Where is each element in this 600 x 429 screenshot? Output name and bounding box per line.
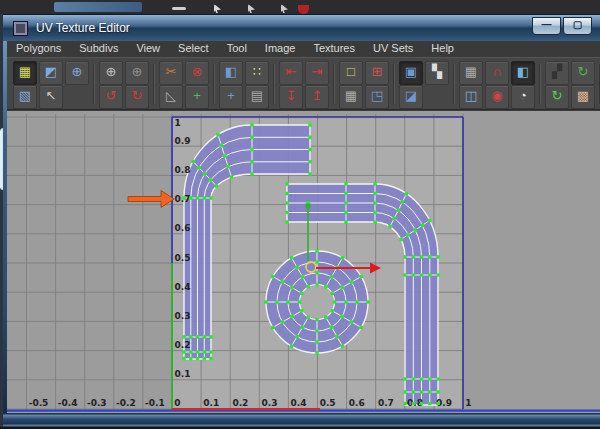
toolbar-separator	[333, 64, 335, 104]
rotate-uvs-cw-icon[interactable]: ↻	[125, 85, 149, 109]
background-shelf-icons	[54, 2, 142, 12]
svg-text:1: 1	[175, 118, 181, 128]
toolbar-separator	[93, 64, 95, 104]
snap-uvs-to-grid-icon[interactable]: ∷	[245, 61, 269, 85]
minimize-button[interactable]: —	[532, 17, 561, 35]
align-uvs-left-icon[interactable]: ⇤	[279, 61, 303, 85]
bake-texture-icon[interactable]: ▩	[571, 85, 595, 109]
rotate-uvs-ccw-icon[interactable]: ↺	[99, 85, 123, 109]
svg-text:0.6: 0.6	[349, 398, 365, 408]
svg-text:0.1: 0.1	[203, 398, 219, 408]
toolbar-separator	[539, 64, 541, 104]
move-uv-pivot-icon[interactable]: +	[185, 85, 209, 109]
window-left-border	[3, 14, 7, 427]
flip-uv-shell-icon[interactable]: ◩	[39, 61, 63, 85]
toolbar: ▦◩⊕▧↖⊕⊕↺↻✂⊗◺+◧∷+▤⇤⇥↧↥□⊞▦◳▣▚◪▦∩◧◫◉◔▞↻↻▩▥	[7, 57, 600, 110]
unfold-uvs-icon[interactable]: +	[219, 85, 243, 109]
svg-text:0.2: 0.2	[232, 398, 248, 408]
uv-canvas[interactable]: -0.5-0.4-0.3-0.2-0.100.10.20.30.40.50.60…	[7, 111, 600, 413]
background-cursor-icon	[248, 4, 255, 13]
svg-text:0.7: 0.7	[378, 398, 394, 408]
display-image-icon[interactable]: ▣	[399, 61, 423, 85]
translate-uvs-icon[interactable]: ⊕	[99, 61, 123, 85]
use-image-ratio-icon[interactable]: ▚	[425, 61, 449, 85]
snap-magnet-icon[interactable]: ∩	[485, 61, 509, 85]
align-uvs-top-icon[interactable]: ↥	[305, 85, 329, 109]
display-alpha-icon[interactable]: ◔	[511, 85, 535, 109]
menu-item-polygons[interactable]: Polygons	[7, 40, 70, 57]
toolbar-separator	[393, 64, 395, 104]
toolbar-separator	[453, 64, 455, 104]
texture-borders-icon[interactable]: ◫	[459, 85, 483, 109]
screen: UV Texture Editor — ▢ PolygonsSubdivsVie…	[0, 0, 600, 429]
svg-text:1: 1	[465, 398, 471, 408]
update-image-icon[interactable]: ◪	[399, 85, 423, 109]
background-divider	[172, 7, 186, 10]
svg-text:0.3: 0.3	[262, 398, 278, 408]
isolate-toggle-icon[interactable]: ◳	[365, 85, 389, 109]
menu-item-select[interactable]: Select	[169, 40, 218, 57]
menu-item-textures[interactable]: Textures	[304, 40, 364, 57]
uv-texture-editor-window: UV Texture Editor — ▢ PolygonsSubdivsVie…	[3, 14, 600, 427]
align-uvs-right-icon[interactable]: ⇥	[305, 61, 329, 85]
menu-item-view[interactable]: View	[127, 40, 169, 57]
svg-text:-0.2: -0.2	[116, 398, 136, 408]
svg-text:0.3: 0.3	[175, 311, 191, 321]
relax-uvs-icon[interactable]: ▤	[245, 85, 269, 109]
align-uvs-bottom-icon[interactable]: ↧	[279, 85, 303, 109]
window-icon	[13, 21, 28, 36]
move-uv-shell-icon[interactable]: ⊕	[65, 61, 89, 85]
menu-item-tool[interactable]: Tool	[218, 40, 256, 57]
window-bottom-border	[3, 413, 600, 427]
force-refresh-icon[interactable]: ↻	[545, 85, 569, 109]
toolbar-separator	[273, 64, 275, 104]
background-record-icon	[298, 5, 309, 14]
manipulator-y-tip[interactable]	[306, 204, 311, 209]
translate-uvs-alt-icon[interactable]: ⊕	[125, 61, 149, 85]
isolate-remove-selected-icon[interactable]: ▦	[339, 85, 363, 109]
menu-item-help[interactable]: Help	[422, 40, 463, 57]
cut-uv-edges-icon[interactable]: ✂	[159, 61, 183, 85]
svg-text:0.4: 0.4	[175, 282, 191, 292]
svg-text:0.9: 0.9	[175, 136, 191, 146]
svg-text:0.5: 0.5	[320, 398, 336, 408]
svg-text:-0.4: -0.4	[58, 398, 78, 408]
split-uvs-icon[interactable]: ◺	[159, 85, 183, 109]
toolbar-separator	[213, 64, 215, 104]
menu-item-image[interactable]: Image	[256, 40, 305, 57]
menu-item-uv-sets[interactable]: UV Sets	[364, 40, 422, 57]
isolate-select-icon[interactable]: □	[339, 61, 363, 85]
svg-text:0.2: 0.2	[175, 340, 191, 350]
svg-text:0.5: 0.5	[175, 253, 191, 263]
svg-text:0.1: 0.1	[175, 369, 191, 379]
titlebar[interactable]: UV Texture Editor — ▢	[3, 14, 600, 41]
toolbar-separator	[153, 64, 155, 104]
maximize-button[interactable]: ▢	[563, 17, 592, 35]
uv-lattice-tool-icon[interactable]: ▦	[13, 61, 37, 85]
display-rgb-icon[interactable]: ◉	[485, 85, 509, 109]
background-toolbar-strip	[0, 0, 600, 14]
tweak-uv-tool-icon[interactable]: ▧	[13, 85, 37, 109]
svg-text:-0.5: -0.5	[29, 398, 49, 408]
update-psd-icon[interactable]: ↻	[571, 61, 595, 85]
menu-bar: PolygonsSubdivsViewSelectToolImageTextur…	[7, 40, 600, 58]
pixel-snap-icon[interactable]: ▦	[459, 61, 483, 85]
isolate-add-selected-icon[interactable]: ⊞	[365, 61, 389, 85]
window-title: UV Texture Editor	[36, 21, 130, 35]
menu-item-subdivs[interactable]: Subdivs	[70, 40, 127, 57]
dim-image-icon[interactable]: ▞	[545, 61, 569, 85]
select-uv-tool-icon[interactable]: ↖	[39, 85, 63, 109]
shade-uvs-icon[interactable]: ◧	[511, 61, 535, 85]
layout-uvs-icon[interactable]: ◧	[219, 61, 243, 85]
uv-shell-ring[interactable]	[266, 251, 368, 353]
sew-uv-edges-icon[interactable]: ⊗	[185, 61, 209, 85]
svg-text:0.8: 0.8	[175, 165, 191, 175]
background-cursor-icon	[281, 4, 288, 13]
svg-text:0.6: 0.6	[175, 223, 191, 233]
svg-text:0: 0	[174, 398, 180, 408]
svg-text:-0.3: -0.3	[87, 398, 107, 408]
background-cursor-icon	[214, 4, 221, 13]
svg-text:-0.1: -0.1	[145, 398, 165, 408]
svg-text:0.4: 0.4	[291, 398, 307, 408]
